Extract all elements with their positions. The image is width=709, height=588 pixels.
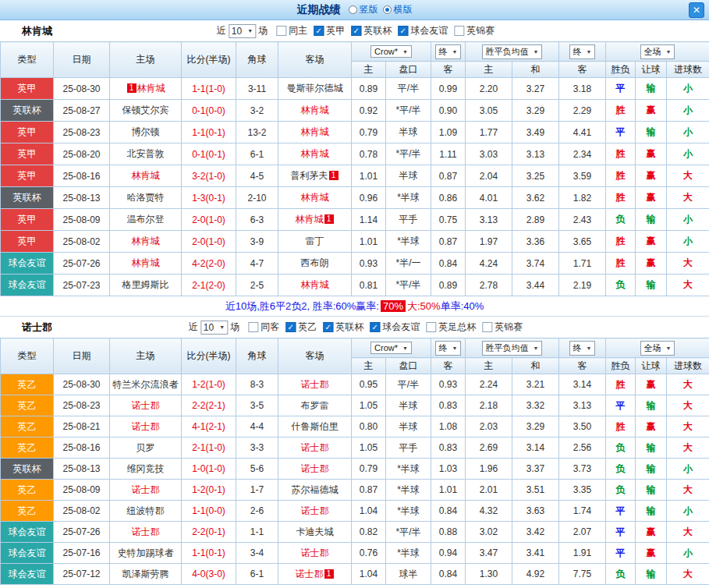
home-team: 诺士郡 (110, 416, 182, 437)
filter-checkbox-英足总杯[interactable]: 英足总杯 (426, 321, 476, 334)
away-team: 林肯城 (278, 143, 352, 165)
checkbox-checked-icon[interactable]: ✓ (323, 322, 333, 332)
eu-away-odds: 2.56 (559, 437, 606, 459)
checkbox-unchecked-icon[interactable] (482, 322, 492, 332)
filter-checkbox-同客[interactable]: 同客 (248, 321, 279, 334)
score: 1-1(0-1) (182, 122, 236, 143)
eu-away-odds: 2.19 (559, 275, 606, 296)
filter-checkbox-英锦赛[interactable]: 英锦赛 (482, 321, 523, 334)
eu-away-odds: 4.41 (559, 122, 606, 143)
subcol-header: 和 (512, 62, 559, 78)
filter-checkbox-英乙[interactable]: ✓英乙 (285, 321, 317, 334)
checkbox-checked-icon[interactable]: ✓ (351, 26, 361, 36)
red-card-badge: 1 (329, 171, 339, 180)
filter-checkbox-英锦赛[interactable]: 英锦赛 (454, 24, 495, 37)
checkbox-checked-icon[interactable]: ✓ (285, 322, 296, 332)
odds-average-select[interactable]: 胜平负均值▼ (482, 341, 543, 356)
ah-home-odds: 1.01 (352, 165, 386, 187)
filter-checkbox-同主[interactable]: 同主 (276, 24, 307, 37)
subcol-header: 让球 (636, 62, 667, 78)
eu-home-odds: 2.18 (466, 395, 512, 416)
scope-select[interactable]: 全场▼ (640, 341, 675, 356)
eu-home-odds: 3.47 (466, 543, 512, 564)
layout-radio-label[interactable]: 横版 (394, 3, 413, 16)
corners: 3-2 (236, 100, 278, 122)
close-button[interactable]: ✕ (689, 2, 704, 18)
ah-line: *半球 (386, 501, 431, 522)
ah-home-odds: 0.76 (352, 543, 386, 564)
away-team: 诺士郡1 (278, 564, 352, 585)
summary-text: 大:50% (407, 299, 441, 313)
filter-checkbox-英联杯[interactable]: ✓英联杯 (323, 321, 363, 334)
away-team-name: 诺士郡 (301, 442, 329, 453)
odds-average-select[interactable]: 胜平负均值▼ (482, 44, 543, 59)
corners: 4-7 (236, 253, 278, 275)
ah-away-odds: 0.89 (431, 275, 466, 296)
ah-away-odds: 1.09 (431, 122, 466, 143)
checkbox-checked-icon[interactable]: ✓ (370, 322, 380, 332)
league-badge: 英乙 (1, 501, 54, 522)
checkbox-unchecked-icon[interactable] (454, 26, 464, 36)
ah-away-odds: 0.90 (431, 100, 466, 122)
eu-home-odds: 1.30 (466, 564, 512, 585)
league-badge: 英联杯 (1, 100, 54, 122)
bookmaker-select[interactable]: Crow*▼ (370, 342, 412, 354)
scope-select[interactable]: 全场▼ (640, 44, 675, 59)
ah-away-odds: 0.86 (431, 187, 466, 209)
radio-unselected-icon[interactable] (349, 5, 357, 14)
checkbox-checked-icon[interactable]: ✓ (314, 26, 324, 36)
wdl-result: 负 (606, 437, 636, 459)
ah-result: 输 (636, 78, 667, 100)
filter-checkbox-球会友谊[interactable]: ✓球会友谊 (398, 24, 448, 37)
dropdown-caret-icon: ▼ (247, 28, 253, 34)
filter-checkbox-英甲[interactable]: ✓英甲 (314, 24, 345, 37)
scope-select-value: 全场 (644, 46, 661, 58)
checkbox-label: 同客 (261, 321, 279, 334)
corners: 1-7 (236, 480, 278, 501)
wdl-result: 胜 (606, 187, 636, 209)
ou-result: 大 (667, 187, 709, 209)
dropdown-caret-icon: ▼ (219, 324, 225, 330)
filter-bar: 近10▼场同客✓英乙✓英联杯✓球会友谊英足总杯英锦赛 (186, 321, 523, 335)
away-team: 林肯城 (278, 187, 352, 209)
bookmaker-select[interactable]: Crow*▼ (370, 45, 412, 58)
wdl-result: 平 (606, 122, 636, 143)
checkbox-unchecked-icon[interactable] (248, 322, 258, 332)
filter-checkbox-球会友谊[interactable]: ✓球会友谊 (370, 321, 420, 334)
league-badge: 英乙 (1, 480, 54, 501)
home-team: 诺士郡 (110, 480, 182, 501)
corners: 3-9 (236, 231, 278, 253)
corners: 1-1 (236, 522, 278, 543)
ou-result: 小 (667, 501, 709, 522)
away-team-name: 林肯城 (301, 104, 329, 115)
checkbox-unchecked-icon[interactable] (426, 322, 436, 332)
eu-home-odds: 2.78 (466, 275, 512, 296)
ou-result: 大 (667, 437, 709, 459)
away-team-name: 林肯城 (301, 126, 329, 137)
eu-final-select[interactable]: 终▼ (569, 341, 596, 356)
ou-result: 大 (667, 564, 709, 585)
ah-final-select[interactable]: 终▼ (435, 341, 462, 356)
wdl-result: 平 (606, 501, 636, 522)
layout-radio-label[interactable]: 竖版 (360, 3, 378, 16)
recent-count-select[interactable]: 10▼ (200, 321, 228, 335)
ah-line: 平/半 (386, 78, 431, 100)
ah-away-odds: 1.01 (431, 480, 466, 501)
eu-home-odds: 3.02 (466, 522, 512, 543)
match-date: 25-08-27 (54, 100, 110, 122)
eu-home-odds: 2.24 (466, 374, 512, 395)
recent-count-select[interactable]: 10▼ (229, 24, 256, 38)
radio-selected-icon[interactable] (383, 5, 392, 14)
ah-away-odds: 0.84 (431, 564, 466, 585)
away-team-name: 林肯城 (301, 279, 329, 290)
ah-home-odds: 0.79 (352, 459, 386, 480)
eu-final-select[interactable]: 终▼ (569, 44, 596, 59)
ah-final-select[interactable]: 终▼ (435, 44, 462, 59)
eu-away-odds: 1.91 (559, 543, 606, 564)
red-card-badge: 1 (324, 214, 334, 224)
eu-away-odds: 3.14 (559, 374, 606, 395)
score: 2-1(2-0) (182, 275, 236, 296)
filter-checkbox-英联杯[interactable]: ✓英联杯 (351, 24, 392, 37)
checkbox-unchecked-icon[interactable] (276, 26, 286, 36)
checkbox-checked-icon[interactable]: ✓ (398, 26, 408, 36)
